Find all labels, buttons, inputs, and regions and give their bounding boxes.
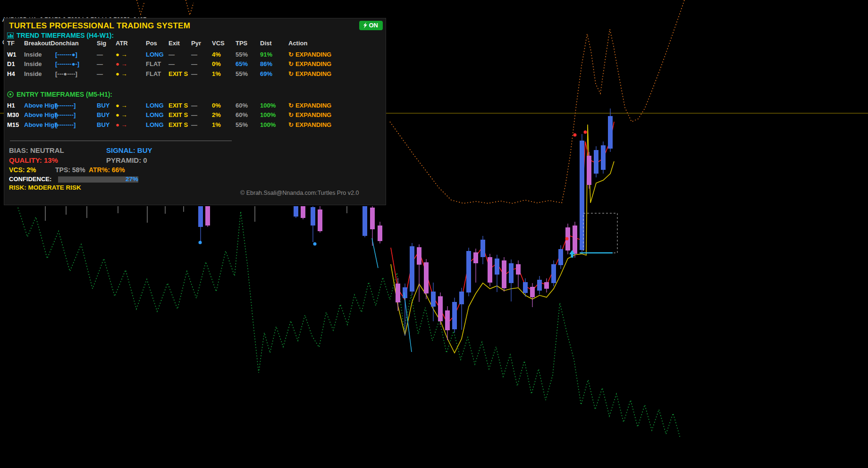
- candle-body: [370, 208, 375, 229]
- candle-body: [438, 296, 443, 321]
- signal-value: SIGNAL: BUY: [106, 146, 152, 154]
- cell-donchian: [-------●-]: [55, 60, 97, 67]
- cell-tps: 60%: [236, 102, 260, 109]
- cell-breakout: Above High: [24, 102, 55, 109]
- column-header-tf: TF: [7, 40, 24, 47]
- cell-donchian: [---●----]: [55, 70, 97, 77]
- candle-body: [509, 263, 514, 283]
- cell-pos: LONG: [146, 51, 169, 58]
- timeframe-row-d1: D1Inside[-------●-]—● →FLAT——0%65%86%↻EX…: [7, 59, 383, 69]
- candle-body: [378, 226, 382, 241]
- cell-exit: EXIT S: [169, 102, 191, 109]
- candle-body: [608, 116, 613, 149]
- candle-body: [523, 282, 528, 293]
- candle-body: [362, 206, 367, 236]
- candle-body: [301, 206, 305, 218]
- tps-value: TPS: 58%: [55, 166, 85, 174]
- cell-atr: ● →: [116, 102, 146, 109]
- cell-atr: ● →: [116, 111, 146, 118]
- cell-action: ↻EXPANDING: [288, 60, 383, 67]
- vcs-value: VCS: 2%: [9, 166, 36, 174]
- cell-vcs: 0%: [212, 60, 236, 67]
- on-toggle-button[interactable]: ON: [359, 21, 383, 30]
- candle-body: [530, 287, 535, 297]
- signal-dot: [199, 241, 202, 244]
- pyramid-value: PYRAMID: 0: [106, 156, 147, 164]
- confidence-row: CONFIDENCE: 27%: [7, 176, 383, 184]
- column-header-atr: ATR: [116, 40, 146, 47]
- cell-action: ↻EXPANDING: [288, 51, 383, 58]
- bar-chart-icon: [7, 33, 14, 39]
- candle-body: [431, 292, 436, 307]
- expanding-icon: ↻: [288, 102, 294, 109]
- column-header-vcs: VCS: [212, 40, 236, 47]
- column-header-exit: Exit: [169, 40, 191, 47]
- cell-sig: BUY: [97, 111, 116, 118]
- cell-pos: FLAT: [146, 60, 169, 67]
- candle-body: [205, 206, 210, 226]
- column-header-action: Action: [288, 40, 383, 47]
- confidence-label: CONFIDENCE:: [9, 176, 51, 183]
- timeframe-row-h1: H1Above High[--------]BUY● →LONGEXIT S—0…: [7, 100, 383, 110]
- cell-dist: 86%: [260, 60, 288, 67]
- cell-sig: BUY: [97, 102, 116, 109]
- expanding-icon: ↻: [288, 51, 294, 58]
- candle-body: [424, 262, 429, 293]
- vcs-tps-atr-row: VCS: 2% TPS: 58% ATR%: 66%: [7, 166, 383, 175]
- candle-body: [318, 209, 322, 231]
- cell-pyr: —: [191, 70, 212, 77]
- cell-action: ↻EXPANDING: [288, 70, 383, 77]
- column-header-sig: Sig: [97, 40, 116, 47]
- cell-sig: —: [97, 51, 116, 58]
- action-label: EXPANDING: [295, 102, 331, 109]
- cell-tps: 55%: [236, 51, 260, 58]
- cell-tps: 55%: [236, 70, 260, 77]
- column-header-pyr: Pyr: [191, 40, 212, 47]
- cell-action: ↻EXPANDING: [288, 121, 383, 128]
- cell-action: ↻EXPANDING: [288, 111, 383, 118]
- cell-exit: —: [169, 60, 191, 67]
- column-header-dist: Dist: [260, 40, 288, 47]
- expanding-icon: ↻: [288, 121, 294, 128]
- bias-signal-row: BIAS: NEUTRAL SIGNAL: BUY: [7, 146, 383, 155]
- watermark: © Ebrah.Ssali@Nnanda.com:Turtles Pro v2.…: [240, 190, 359, 196]
- candle-body: [587, 156, 591, 185]
- candle-body: [294, 206, 298, 217]
- on-button-label: ON: [369, 22, 379, 29]
- trading-terminal: { "colors":{"gold":"#FFD700","blue":"#2E…: [0, 0, 868, 468]
- candle-body: [502, 260, 506, 288]
- candle-body: [594, 150, 598, 174]
- column-header-breakoutdonchian: BreakoutDonchian: [24, 40, 97, 47]
- timeframe-row-m30: M30Above High[--------]BUY● →LONGEXIT S—…: [7, 110, 383, 120]
- projection-box: [583, 213, 617, 253]
- cell-exit: EXIT S: [169, 111, 191, 118]
- cell-dist: 100%: [260, 111, 288, 118]
- cell-vcs: 4%: [212, 51, 236, 58]
- entry-rows: H1Above High[--------]BUY● →LONGEXIT S—0…: [7, 100, 383, 130]
- expanding-icon: ↻: [288, 70, 294, 77]
- action-label: EXPANDING: [295, 121, 331, 128]
- quality-value: QUALITY: 13%: [9, 156, 58, 164]
- candle-body: [495, 259, 499, 275]
- cell-vcs: 1%: [212, 70, 236, 77]
- cell-donchian: [--------]: [55, 121, 97, 128]
- trend-rows: W1Inside[-------●]—● →LONG——4%55%91%↻EXP…: [7, 50, 383, 79]
- candle-body: [417, 247, 421, 265]
- cell-dist: 100%: [260, 102, 288, 109]
- cell-tf: W1: [7, 51, 24, 58]
- cell-sig: —: [97, 70, 116, 77]
- candle-body: [311, 207, 315, 226]
- cell-vcs: 2%: [212, 111, 236, 118]
- cell-pyr: —: [191, 121, 212, 128]
- action-label: EXPANDING: [295, 111, 331, 118]
- cell-breakout: Inside: [24, 70, 55, 77]
- confidence-percent: 27%: [116, 176, 138, 183]
- cell-tf: H4: [7, 70, 24, 77]
- cyan-segment: [372, 238, 378, 268]
- signal-dot: [573, 134, 577, 137]
- cell-tps: 60%: [236, 111, 260, 118]
- candle-body: [473, 252, 478, 263]
- expanding-icon: ↻: [288, 60, 294, 67]
- signal-dot: [584, 131, 587, 134]
- column-header-tps: TPS: [236, 40, 260, 47]
